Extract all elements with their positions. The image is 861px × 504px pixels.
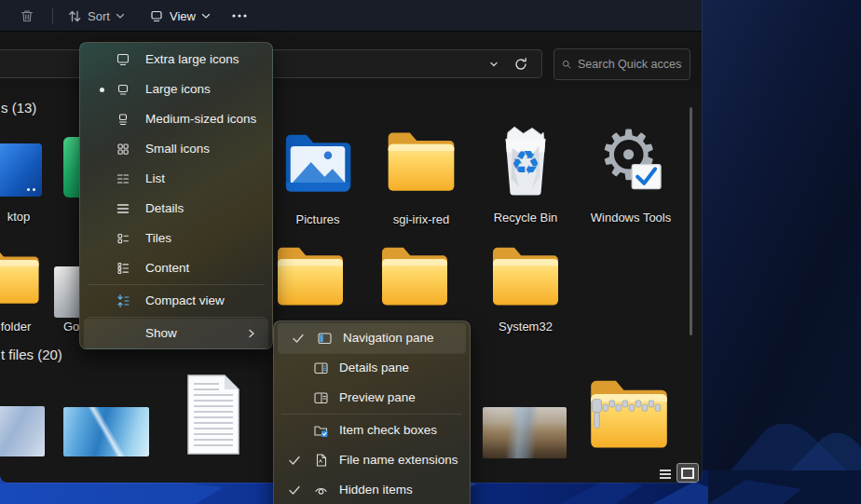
list-icon bbox=[116, 171, 130, 186]
menu-item-label: Details bbox=[145, 201, 184, 215]
medium-icons-icon bbox=[116, 112, 130, 127]
menu-item-list[interactable]: List bbox=[80, 164, 272, 194]
folder-icon[interactable] bbox=[378, 243, 451, 308]
menu-item-show[interactable]: Show bbox=[84, 319, 268, 348]
submenu-item-label: Hidden items bbox=[339, 483, 413, 497]
submenu-item-details-pane[interactable]: Details pane bbox=[274, 353, 470, 383]
tile-label-folder: folder bbox=[0, 320, 48, 334]
menu-item-label: Large icons bbox=[145, 82, 211, 96]
ellipsis-dot bbox=[27, 188, 30, 191]
group-header-folders: s (13) bbox=[1, 100, 36, 116]
svg-text:♻: ♻ bbox=[511, 143, 540, 182]
ellipsis-icon bbox=[231, 13, 248, 19]
file-extensions-icon bbox=[313, 453, 329, 468]
toolbar-divider bbox=[52, 7, 53, 24]
tiles-icon bbox=[116, 231, 130, 246]
view-button[interactable]: View bbox=[142, 4, 218, 28]
menu-item-tiles[interactable]: Tiles bbox=[80, 224, 272, 253]
menu-item-label: Extra large icons bbox=[145, 52, 239, 66]
submenu-item-label: Item check boxes bbox=[339, 423, 437, 437]
menu-item-medium-sized-icons[interactable]: Medium-sized icons bbox=[80, 104, 272, 134]
file-tile-system32[interactable]: System32 bbox=[479, 243, 572, 308]
tile-label-desktop: ktop bbox=[0, 210, 39, 224]
file-tile-pictures[interactable]: Pictures bbox=[271, 128, 364, 197]
menu-item-label: Content bbox=[145, 261, 189, 275]
thumbnail-view-button[interactable] bbox=[676, 463, 699, 483]
search-input[interactable] bbox=[578, 58, 682, 71]
see-more-button[interactable] bbox=[222, 4, 257, 28]
menu-item-small-icons[interactable]: Small icons bbox=[80, 134, 272, 164]
preview-pane-icon bbox=[313, 390, 329, 405]
details-pane-icon bbox=[313, 361, 329, 375]
search-icon bbox=[562, 58, 571, 71]
navigation-pane-icon bbox=[317, 331, 333, 346]
compact-view-icon bbox=[116, 293, 130, 308]
folder-icon[interactable] bbox=[0, 243, 42, 308]
extra-large-icons-icon bbox=[116, 52, 130, 67]
details-view-icon bbox=[659, 469, 672, 480]
file-tile-windows-tools[interactable]: ⚙ Windows Tools bbox=[584, 126, 677, 197]
search-box[interactable] bbox=[554, 48, 690, 80]
recycle-bin-icon: ♻ bbox=[490, 126, 561, 197]
wallpaper-ridges bbox=[702, 0, 861, 504]
image-thumbnail-tile[interactable] bbox=[63, 407, 149, 456]
show-submenu: Navigation pane Details pane Preview pan… bbox=[273, 320, 471, 504]
refresh-button[interactable] bbox=[512, 55, 530, 74]
windows-tools-gear-icon: ⚙ bbox=[594, 126, 668, 197]
menu-item-details[interactable]: Details bbox=[80, 194, 272, 224]
address-dropdown-button[interactable] bbox=[487, 58, 500, 71]
submenu-item-label: Details pane bbox=[339, 361, 409, 375]
screen: Sort View bbox=[0, 0, 861, 504]
submenu-item-navigation-pane[interactable]: Navigation pane bbox=[278, 323, 466, 353]
view-dropdown-menu: Extra large icons Large icons Medium-siz… bbox=[79, 42, 273, 349]
chevron-down-icon bbox=[201, 11, 211, 20]
details-view-button[interactable] bbox=[656, 466, 675, 482]
sort-button[interactable]: Sort bbox=[60, 4, 132, 28]
text-document-icon[interactable] bbox=[183, 373, 244, 456]
refresh-icon bbox=[512, 55, 530, 74]
pictures-folder-icon bbox=[281, 128, 354, 197]
menu-item-label: Small icons bbox=[145, 142, 210, 156]
file-tile-sgi-irix-red[interactable]: sgi-irix-red bbox=[375, 128, 468, 195]
submenu-item-file-name-extensions[interactable]: File name extensions bbox=[274, 445, 470, 475]
submenu-item-hidden-items[interactable]: Hidden items bbox=[274, 475, 470, 504]
submenu-item-label: File name extensions bbox=[339, 453, 458, 467]
menu-item-label: Medium-sized icons bbox=[145, 112, 256, 126]
chevron-down-icon bbox=[116, 11, 125, 20]
check-icon bbox=[288, 484, 301, 497]
menu-item-large-icons[interactable]: Large icons bbox=[80, 75, 272, 104]
submenu-item-item-check-boxes[interactable]: Item check boxes bbox=[274, 415, 470, 445]
chevron-down-icon bbox=[487, 58, 500, 71]
image-thumbnail-tile[interactable] bbox=[0, 406, 45, 456]
menu-item-compact-view[interactable]: Compact view bbox=[80, 286, 272, 316]
menu-item-extra-large-icons[interactable]: Extra large icons bbox=[80, 45, 272, 75]
menu-item-content[interactable]: Content bbox=[80, 253, 272, 283]
tile-label: sgi-irix-red bbox=[375, 212, 468, 226]
menu-item-label: Tiles bbox=[145, 231, 171, 245]
tile-label: Pictures bbox=[271, 212, 364, 226]
check-icon bbox=[288, 454, 301, 467]
large-icons-icon bbox=[116, 82, 130, 97]
file-tile-recycle-bin[interactable]: ♻ Recycle Bin bbox=[479, 126, 572, 197]
menu-item-label: List bbox=[145, 171, 165, 185]
wallpaper-right bbox=[702, 0, 861, 504]
zipped-folder-icon[interactable] bbox=[587, 375, 671, 452]
submenu-item-label: Preview pane bbox=[339, 390, 416, 404]
details-icon bbox=[116, 201, 130, 216]
chevron-right-icon bbox=[246, 328, 257, 339]
desktop-thumbnail-tile[interactable] bbox=[0, 143, 42, 197]
image-thumbnail-tile[interactable] bbox=[483, 407, 567, 458]
partial-icon-tile[interactable] bbox=[54, 266, 82, 318]
tile-label: Windows Tools bbox=[584, 211, 677, 225]
vertical-scrollbar[interactable] bbox=[690, 107, 692, 335]
item-check-boxes-icon bbox=[313, 423, 329, 438]
selected-bullet-icon bbox=[100, 88, 104, 92]
delete-button[interactable] bbox=[11, 4, 43, 28]
group-header-recent-files: t files (20) bbox=[1, 347, 62, 362]
tile-label: System32 bbox=[479, 320, 572, 334]
folder-icon[interactable] bbox=[274, 243, 347, 308]
submenu-item-label: Navigation pane bbox=[343, 331, 434, 345]
submenu-item-preview-pane[interactable]: Preview pane bbox=[274, 383, 470, 413]
content-icon bbox=[116, 261, 130, 276]
tile-label: Recycle Bin bbox=[479, 211, 572, 225]
